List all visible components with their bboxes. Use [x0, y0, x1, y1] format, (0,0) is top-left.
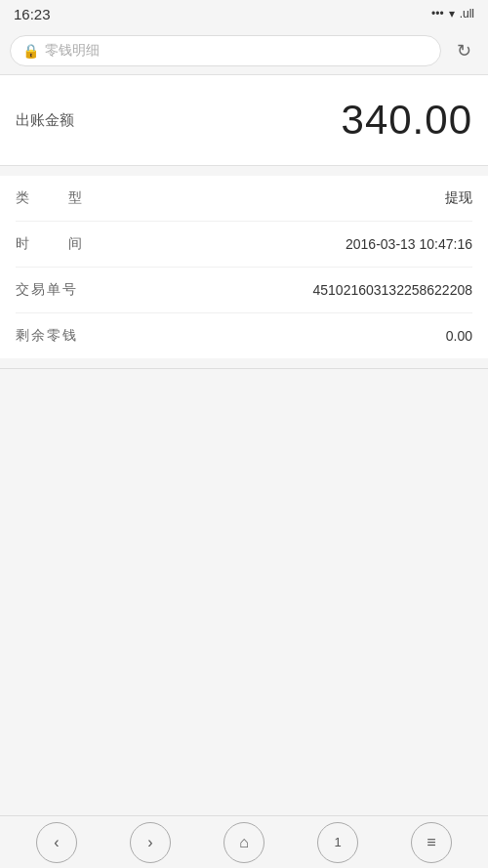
type-key: 类 型	[16, 189, 86, 207]
status-icons: ••• ▾ .ull	[431, 7, 474, 21]
balance-value: 0.00	[446, 328, 472, 344]
menu-icon: ≡	[427, 834, 435, 851]
forward-button[interactable]: ›	[130, 822, 171, 863]
page-number: 1	[334, 835, 341, 849]
back-icon: ‹	[54, 834, 59, 851]
signal-bars-icon: .ull	[460, 7, 474, 21]
bottom-nav: ‹ › ⌂ 1 ≡	[0, 815, 488, 868]
forward-icon: ›	[147, 834, 152, 851]
menu-button[interactable]: ≡	[411, 822, 452, 863]
status-time: 16:23	[14, 6, 51, 22]
back-button[interactable]: ‹	[36, 822, 77, 863]
search-box-text: 零钱明细	[45, 42, 100, 60]
balance-key: 剩余零钱	[16, 327, 84, 345]
lock-icon: 🔒	[22, 43, 39, 59]
amount-label: 出账金额	[16, 111, 74, 130]
bottom-section-divider	[0, 368, 488, 369]
home-icon: ⌂	[239, 834, 249, 851]
home-button[interactable]: ⌂	[224, 822, 264, 863]
mid-divider	[0, 165, 488, 166]
wifi-icon: ▾	[449, 7, 455, 21]
time-value: 2016-03-13 10:47:16	[346, 236, 472, 252]
detail-row-txid: 交易单号 451021603132258622208	[16, 268, 472, 313]
amount-section: 出账金额 340.00	[0, 75, 488, 165]
search-box[interactable]: 🔒 零钱明细	[10, 35, 441, 66]
detail-row-type: 类 型 提现	[16, 176, 472, 222]
detail-row-balance: 剩余零钱 0.00	[16, 313, 472, 358]
status-bar: 16:23 ••• ▾ .ull	[0, 0, 488, 27]
detail-section: 类 型 提现 时 间 2016-03-13 10:47:16 交易单号 4510…	[0, 176, 488, 358]
page-button[interactable]: 1	[317, 822, 358, 863]
time-key: 时 间	[16, 235, 86, 253]
refresh-button[interactable]: ↻	[449, 40, 478, 62]
txid-value: 451021603132258622208	[312, 282, 472, 298]
detail-row-time: 时 间 2016-03-13 10:47:16	[16, 222, 472, 268]
amount-value: 340.00	[342, 97, 472, 144]
signal-dots-icon: •••	[431, 7, 444, 21]
nav-bar: 🔒 零钱明细 ↻	[0, 27, 488, 74]
txid-key: 交易单号	[16, 281, 84, 299]
type-value: 提现	[445, 189, 472, 207]
